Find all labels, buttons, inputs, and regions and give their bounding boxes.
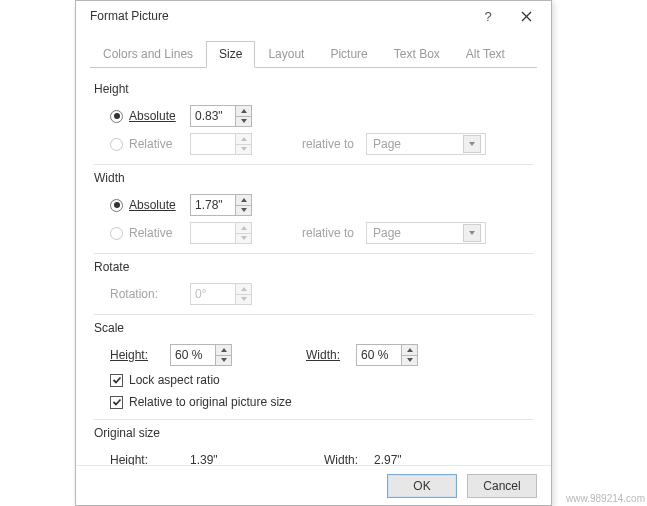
ok-button[interactable]: OK bbox=[387, 474, 457, 498]
height-absolute-input[interactable] bbox=[191, 106, 235, 126]
group-label-original: Original size bbox=[94, 426, 533, 440]
spin-up-button[interactable] bbox=[216, 345, 231, 355]
lock-aspect-ratio-label: Lock aspect ratio bbox=[129, 373, 220, 387]
titlebar: Format Picture ? bbox=[76, 1, 551, 31]
tab-layout[interactable]: Layout bbox=[255, 41, 317, 68]
group-scale: Height: Width: bbox=[94, 339, 533, 420]
radio-selected-icon bbox=[110, 110, 123, 123]
chevron-down-icon bbox=[469, 231, 475, 235]
chevron-down-icon bbox=[241, 147, 247, 151]
width-absolute-option[interactable]: Absolute bbox=[110, 198, 190, 212]
spin-down-button[interactable] bbox=[236, 205, 251, 216]
combo-button bbox=[463, 224, 481, 242]
width-absolute-label: Absolute bbox=[129, 198, 176, 212]
spin-down-button[interactable] bbox=[402, 355, 417, 366]
spin-up-button[interactable] bbox=[402, 345, 417, 355]
height-relative-to-value: Page bbox=[373, 137, 401, 151]
spin-down-button bbox=[236, 294, 251, 305]
chevron-down-icon bbox=[241, 236, 247, 240]
spin-up-button[interactable] bbox=[236, 106, 251, 116]
format-picture-dialog: Format Picture ? Colors and Lines Size L… bbox=[75, 0, 552, 506]
scale-height-spinner[interactable] bbox=[170, 344, 232, 366]
cancel-button[interactable]: Cancel bbox=[467, 474, 537, 498]
width-relative-spinner bbox=[190, 222, 252, 244]
width-relative-label: Relative bbox=[129, 226, 172, 240]
width-relative-input bbox=[191, 223, 235, 243]
chevron-down-icon bbox=[241, 297, 247, 301]
relative-original-label: Relative to original picture size bbox=[129, 395, 292, 409]
checkbox-checked-icon bbox=[110, 374, 123, 387]
checkbox-checked-icon bbox=[110, 396, 123, 409]
rotation-input bbox=[191, 284, 235, 304]
width-relative-to-label: relative to bbox=[302, 226, 366, 240]
tab-picture[interactable]: Picture bbox=[317, 41, 380, 68]
help-icon: ? bbox=[484, 9, 491, 24]
spin-up-button[interactable] bbox=[236, 195, 251, 205]
tab-size[interactable]: Size bbox=[206, 41, 255, 68]
relative-original-checkbox[interactable]: Relative to original picture size bbox=[110, 391, 533, 413]
spin-up-button bbox=[236, 134, 251, 144]
tab-bar: Colors and Lines Size Layout Picture Tex… bbox=[90, 41, 537, 68]
spin-down-button[interactable] bbox=[216, 355, 231, 366]
group-label-scale: Scale bbox=[94, 321, 533, 335]
chevron-up-icon bbox=[241, 287, 247, 291]
chevron-up-icon bbox=[407, 348, 413, 352]
lock-aspect-ratio-checkbox[interactable]: Lock aspect ratio bbox=[110, 369, 533, 391]
tab-colors-and-lines[interactable]: Colors and Lines bbox=[90, 41, 206, 68]
rotation-spinner bbox=[190, 283, 252, 305]
group-rotate: Rotation: bbox=[94, 278, 533, 315]
group-label-height: Height bbox=[94, 82, 533, 96]
chevron-up-icon bbox=[221, 348, 227, 352]
spin-down-button bbox=[236, 144, 251, 155]
height-relative-label: Relative bbox=[129, 137, 172, 151]
group-height: Absolute Relative bbox=[94, 100, 533, 165]
group-label-rotate: Rotate bbox=[94, 260, 533, 274]
dialog-footer: OK Cancel bbox=[76, 465, 551, 505]
height-absolute-spinner[interactable] bbox=[190, 105, 252, 127]
scale-width-spinner[interactable] bbox=[356, 344, 418, 366]
width-relative-to-value: Page bbox=[373, 226, 401, 240]
chevron-down-icon bbox=[241, 119, 247, 123]
tab-alt-text[interactable]: Alt Text bbox=[453, 41, 518, 68]
close-icon bbox=[521, 11, 532, 22]
width-relative-option: Relative bbox=[110, 226, 190, 240]
radio-selected-icon bbox=[110, 199, 123, 212]
height-absolute-label: Absolute bbox=[129, 109, 176, 123]
height-relative-option: Relative bbox=[110, 137, 190, 151]
height-absolute-option[interactable]: Absolute bbox=[110, 109, 190, 123]
group-label-width: Width bbox=[94, 171, 533, 185]
height-relative-spinner bbox=[190, 133, 252, 155]
chevron-down-icon bbox=[469, 142, 475, 146]
dialog-title: Format Picture bbox=[90, 9, 469, 23]
group-width: Absolute Relative bbox=[94, 189, 533, 254]
spin-down-button[interactable] bbox=[236, 116, 251, 127]
width-absolute-input[interactable] bbox=[191, 195, 235, 215]
height-relative-input bbox=[191, 134, 235, 154]
help-button[interactable]: ? bbox=[469, 3, 507, 29]
watermark: www.989214.com bbox=[566, 493, 645, 504]
scale-height-label: Height: bbox=[110, 348, 170, 362]
spin-up-button bbox=[236, 284, 251, 294]
scale-height-input[interactable] bbox=[171, 345, 215, 365]
cancel-button-label: Cancel bbox=[483, 479, 520, 493]
chevron-down-icon bbox=[241, 208, 247, 212]
scale-width-input[interactable] bbox=[357, 345, 401, 365]
radio-unselected-icon bbox=[110, 227, 123, 240]
tab-content-size: Height Absolute Relative bbox=[76, 68, 551, 506]
spin-up-button bbox=[236, 223, 251, 233]
chevron-down-icon bbox=[407, 358, 413, 362]
height-relative-to-label: relative to bbox=[302, 137, 366, 151]
ok-button-label: OK bbox=[413, 479, 430, 493]
chevron-up-icon bbox=[241, 226, 247, 230]
width-relative-to-combo: Page bbox=[366, 222, 486, 244]
combo-button bbox=[463, 135, 481, 153]
chevron-up-icon bbox=[241, 109, 247, 113]
scale-width-label: Width: bbox=[306, 348, 356, 362]
chevron-up-icon bbox=[241, 198, 247, 202]
close-button[interactable] bbox=[507, 3, 545, 29]
rotation-label: Rotation: bbox=[110, 287, 190, 301]
tab-text-box[interactable]: Text Box bbox=[381, 41, 453, 68]
height-relative-to-combo: Page bbox=[366, 133, 486, 155]
width-absolute-spinner[interactable] bbox=[190, 194, 252, 216]
chevron-down-icon bbox=[221, 358, 227, 362]
